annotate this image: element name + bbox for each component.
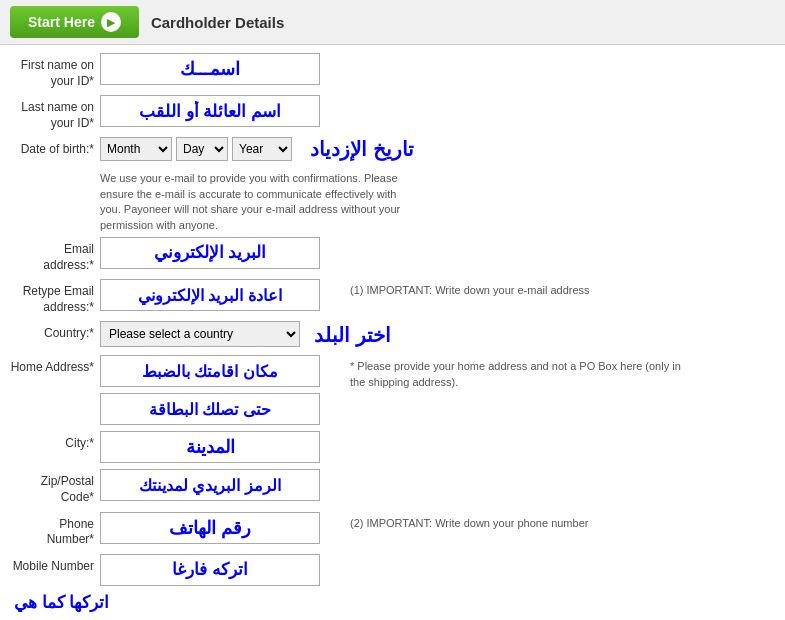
phone-label: Phone Number* — [10, 512, 100, 548]
leave-note-arabic: اتركها كما هي — [14, 592, 775, 613]
page-title: Cardholder Details — [151, 14, 284, 31]
retype-email-row: Retype Email address:* (1) IMPORTANT: Wr… — [10, 279, 775, 315]
city-label: City:* — [10, 431, 100, 452]
cardholder-form: First name on your ID* Last name on your… — [0, 45, 785, 620]
mobile-label: Mobile Number — [10, 554, 100, 575]
zip-row: Zip/Postal Code* — [10, 469, 775, 505]
start-here-button[interactable]: Start Here — [10, 6, 139, 38]
city-row: City:* — [10, 431, 775, 463]
zip-input-area — [100, 469, 775, 501]
home-address-inputs — [100, 355, 320, 425]
page-header: Start Here Cardholder Details — [0, 0, 785, 45]
dob-month-select[interactable]: Month — [100, 137, 172, 161]
country-arabic-label: اختر البلد — [314, 321, 391, 347]
email-info-text: We use your e-mail to provide you with c… — [100, 171, 410, 233]
phone-input[interactable] — [100, 512, 320, 544]
dob-inputs: Month Day Year تاريخ الإزدياد — [100, 137, 775, 161]
leave-arabic-text: اتركها كما هي — [14, 593, 109, 612]
start-here-label: Start Here — [28, 14, 95, 30]
country-label: Country:* — [10, 321, 100, 342]
city-input[interactable] — [100, 431, 320, 463]
dob-year-select[interactable]: Year — [232, 137, 292, 161]
first-name-row: First name on your ID* — [10, 53, 775, 89]
phone-note: (2) IMPORTANT: Write down your phone num… — [350, 512, 588, 531]
country-select[interactable]: Please select a country — [100, 321, 300, 347]
last-name-input-area — [100, 95, 775, 127]
first-name-input[interactable] — [100, 53, 320, 85]
dob-day-select[interactable]: Day — [176, 137, 228, 161]
home-address-label: Home Address* — [10, 355, 100, 376]
retype-email-left: Retype Email address:* — [10, 279, 340, 315]
first-name-input-area — [100, 53, 775, 85]
email-label: Email address:* — [10, 237, 100, 273]
email-input-area — [100, 237, 775, 269]
phone-input-area — [100, 512, 340, 544]
country-input-area: Please select a country اختر البلد — [100, 321, 391, 347]
dob-row: Date of birth:* Month Day Year تاريخ الإ… — [10, 137, 775, 165]
phone-row: Phone Number* (2) IMPORTANT: Write down … — [10, 512, 775, 548]
home-address-note: * Please provide your home address and n… — [350, 355, 690, 390]
mobile-input-area — [100, 554, 775, 586]
home-address-left: Home Address* — [10, 355, 340, 425]
retype-email-note: (1) IMPORTANT: Write down your e-mail ad… — [350, 279, 590, 298]
home-address-input1[interactable] — [100, 355, 320, 387]
email-input[interactable] — [100, 237, 320, 269]
zip-input[interactable] — [100, 469, 320, 501]
retype-email-input-area — [100, 279, 340, 311]
arrow-right-icon — [101, 12, 121, 32]
mobile-row: Mobile Number — [10, 554, 775, 586]
first-name-label: First name on your ID* — [10, 53, 100, 89]
country-row: Country:* Please select a country اختر ا… — [10, 321, 775, 349]
email-row: Email address:* — [10, 237, 775, 273]
mobile-input[interactable] — [100, 554, 320, 586]
last-name-label: Last name on your ID* — [10, 95, 100, 131]
last-name-row: Last name on your ID* — [10, 95, 775, 131]
city-input-area — [100, 431, 775, 463]
retype-email-label: Retype Email address:* — [10, 279, 100, 315]
dob-arabic-label: تاريخ الإزدياد — [310, 137, 414, 161]
zip-label: Zip/Postal Code* — [10, 469, 100, 505]
last-name-input[interactable] — [100, 95, 320, 127]
retype-email-input[interactable] — [100, 279, 320, 311]
dob-label: Date of birth:* — [10, 137, 100, 158]
home-address-row: Home Address* * Please provide your home… — [10, 355, 775, 425]
dob-selects: Month Day Year تاريخ الإزدياد — [100, 137, 775, 161]
phone-left: Phone Number* — [10, 512, 340, 548]
home-address-input2[interactable] — [100, 393, 320, 425]
